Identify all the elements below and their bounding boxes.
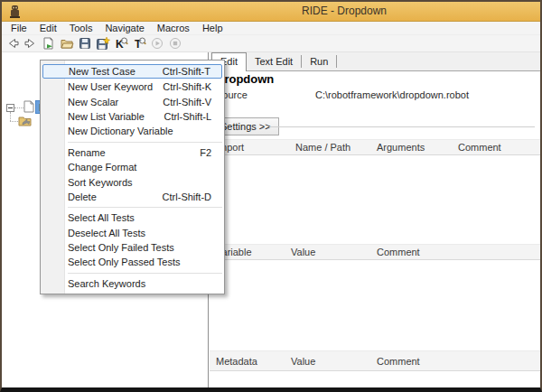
tab-run[interactable]: Run xyxy=(302,55,337,68)
menubar: File Edit Tools Navigate Macros Help xyxy=(2,22,540,35)
tree-connector-line xyxy=(10,121,18,122)
ride-robot-icon xyxy=(8,5,22,19)
menu-item-change-format[interactable]: Change Format xyxy=(41,160,224,174)
metadata-table-header: Metadata Value Comment xyxy=(210,350,540,371)
stop-test-run-icon[interactable] xyxy=(167,35,183,51)
tab-text-edit[interactable]: Text Edit xyxy=(247,55,302,68)
search-keywords-icon[interactable]: K xyxy=(113,35,129,51)
editor-panel: Edit Text Edit Run Dropdown Source C:\ro… xyxy=(210,52,540,387)
menu-tools[interactable]: Tools xyxy=(63,22,99,35)
settings-separator-line xyxy=(269,126,535,127)
tree-context-menu: New Test Case Ctrl-Shift-T New User Keyw… xyxy=(40,60,225,294)
tree-collapse-toggle[interactable] xyxy=(6,104,14,112)
menu-navigate[interactable]: Navigate xyxy=(98,22,150,35)
menu-file[interactable]: File xyxy=(5,22,33,35)
source-path: C:\robotframework\dropdown.robot xyxy=(315,89,469,100)
menu-item-rename[interactable]: Rename F2 xyxy=(41,145,224,160)
app-window: RIDE - Dropdown File Edit Tools Navigate… xyxy=(0,0,542,392)
resource-folder-icon[interactable] xyxy=(18,115,32,127)
menu-item-new-list-variable[interactable]: New List Variable Ctrl-Shift-L xyxy=(41,109,224,124)
menu-item-select-only-failed-tests[interactable]: Select Only Failed Tests xyxy=(41,240,224,255)
tree-connector-line xyxy=(10,112,11,121)
open-suite-icon[interactable] xyxy=(41,35,57,51)
menu-item-new-scalar[interactable]: New Scalar Ctrl-Shift-V xyxy=(41,94,224,108)
search-tests-icon[interactable]: T xyxy=(131,35,147,51)
window-title: RIDE - Dropdown xyxy=(302,5,387,17)
column-header-value: Value xyxy=(291,247,315,257)
menu-separator xyxy=(68,207,222,208)
menu-edit[interactable]: Edit xyxy=(33,22,63,35)
go-forward-icon[interactable] xyxy=(23,35,39,51)
menu-item-new-test-case[interactable]: New Test Case Ctrl-Shift-T xyxy=(42,64,222,79)
titlebar: RIDE - Dropdown xyxy=(2,2,540,22)
go-back-icon[interactable] xyxy=(5,35,21,51)
menu-item-new-user-keyword[interactable]: New User Keyword Ctrl-Shift-K xyxy=(41,79,224,94)
menu-item-select-only-passed-tests[interactable]: Select Only Passed Tests xyxy=(41,255,224,269)
column-header-comment: Comment xyxy=(377,356,420,367)
suite-file-icon xyxy=(23,100,34,113)
column-header-metadata: Metadata xyxy=(216,356,257,367)
menu-item-new-dictionary-variable[interactable]: New Dictionary Variable xyxy=(41,124,224,138)
menu-help[interactable]: Help xyxy=(196,22,229,35)
run-tests-icon[interactable] xyxy=(149,35,165,51)
menu-separator xyxy=(68,273,222,274)
menu-item-sort-keywords[interactable]: Sort Keywords xyxy=(41,174,224,189)
tree-connector-line xyxy=(14,107,23,108)
save-icon[interactable] xyxy=(77,35,93,51)
toolbar: K T xyxy=(2,35,540,52)
column-header-value: Value xyxy=(291,356,315,367)
menu-item-select-all-tests[interactable]: Select All Tests xyxy=(41,210,224,225)
menu-item-search-keywords[interactable]: Search Keywords xyxy=(41,276,224,291)
menu-separator xyxy=(68,142,222,143)
save-all-icon[interactable] xyxy=(95,35,111,51)
imports-table-header: Import Name / Path Arguments Comment xyxy=(210,139,540,155)
editor-tabs: Edit Text Edit Run xyxy=(210,52,540,71)
open-directory-icon[interactable] xyxy=(59,35,75,51)
menu-item-deselect-all-tests[interactable]: Deselect All Tests xyxy=(41,226,224,240)
column-header-comment: Comment xyxy=(458,142,501,153)
variables-table-header: Variable Value Comment xyxy=(210,244,540,260)
menu-item-delete[interactable]: Delete Ctrl-Shift-D xyxy=(41,190,224,204)
menu-macros[interactable]: Macros xyxy=(151,22,196,35)
column-header-comment: Comment xyxy=(377,247,420,257)
column-header-name-path: Name / Path xyxy=(295,142,350,153)
column-header-arguments: Arguments xyxy=(377,142,425,153)
